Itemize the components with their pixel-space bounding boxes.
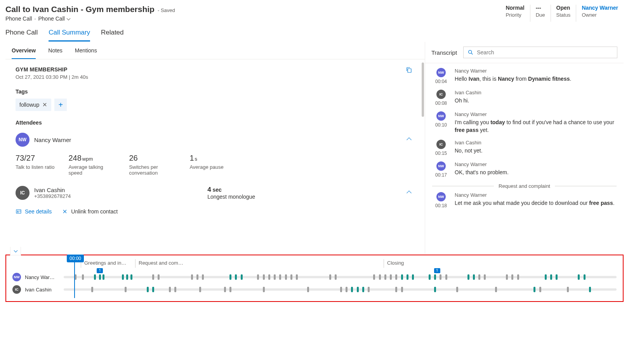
avatar: NW: [436, 111, 446, 121]
speech-tick: [589, 287, 591, 292]
svg-point-2: [17, 211, 19, 212]
speech-tick: [158, 274, 160, 280]
search-input[interactable]: [463, 47, 617, 58]
due-field[interactable]: ---Due: [530, 5, 551, 22]
speech-track[interactable]: [64, 288, 617, 291]
close-icon[interactable]: ✕: [42, 101, 47, 108]
speech-tick: [82, 274, 84, 280]
speech-tick: [147, 287, 149, 292]
timeline-panel: 00:00 Greetings and in…Request and com…C…: [5, 255, 624, 302]
copy-icon[interactable]: [405, 66, 412, 73]
speech-tick: [122, 274, 124, 280]
speech-tick: [191, 274, 193, 280]
transcript-row[interactable]: NW00:17Nancy WarnerOK, that's no problem…: [432, 161, 617, 178]
timestamp: 00:18: [432, 203, 450, 208]
search-field[interactable]: [477, 49, 613, 55]
utterance: Hello Ivan, this is Nancy from Dynamic f…: [455, 75, 617, 83]
speech-track[interactable]: 11: [64, 276, 617, 278]
speech-tick: [279, 274, 281, 280]
speech-tick: [340, 287, 342, 292]
speech-tick: [578, 274, 580, 280]
attendee-nancy: NW Nancy Warner 73/27Talk to listen rati…: [16, 133, 415, 176]
playhead[interactable]: [74, 258, 75, 298]
attendee-name: Ivan Cashin: [34, 187, 71, 193]
avatar: NW: [436, 192, 446, 201]
tab-call-summary[interactable]: Call Summary: [49, 29, 90, 42]
page-title: Call to Ivan Cashin - Gym membership: [5, 5, 155, 14]
speech-tick: [373, 274, 375, 280]
utterance: I'm calling you today to find out if you…: [455, 118, 617, 134]
subtab-notes[interactable]: Notes: [48, 47, 63, 59]
see-details-link[interactable]: See details: [16, 208, 52, 215]
transcript-divider: Request and complaint: [432, 183, 617, 189]
search-icon: [467, 49, 474, 55]
speech-tick: [401, 274, 403, 280]
sentiment-marker[interactable]: 1: [434, 268, 440, 273]
speech-tick: [263, 274, 265, 280]
segment-label[interactable]: Closing: [384, 259, 562, 268]
speech-tick: [346, 287, 348, 292]
avatar: NW: [436, 161, 446, 171]
speech-tick: [550, 274, 552, 280]
unlink-link[interactable]: Unlink from contact: [62, 208, 118, 215]
transcript-row[interactable]: NW00:10Nancy WarnerI'm calling you today…: [432, 111, 617, 134]
subtab-mentions[interactable]: Mentions: [75, 47, 97, 59]
status-field[interactable]: OpenStatus: [551, 5, 576, 22]
speech-tick: [511, 274, 513, 280]
priority-field[interactable]: NormalPriority: [500, 5, 530, 22]
avatar: NW: [12, 273, 21, 281]
speech-tick: [440, 274, 441, 280]
speech-tick: [229, 287, 231, 292]
timeline-track[interactable]: NWNancy War…11: [12, 271, 617, 283]
speech-tick: [556, 274, 558, 280]
speech-tick: [103, 274, 104, 280]
avatar: IC: [436, 90, 446, 99]
chevron-up-icon[interactable]: [407, 191, 412, 196]
breadcrumb[interactable]: Phone Call · Phone Call: [5, 16, 175, 22]
tab-phone-call[interactable]: Phone Call: [5, 29, 38, 42]
speaker-name: Nancy Warner: [455, 161, 617, 167]
speech-tick: [274, 274, 276, 280]
metric-talk-listen: 73/27Talk to listen ratio: [16, 154, 54, 176]
tag-followup[interactable]: followup ✕: [16, 99, 51, 111]
speech-tick: [412, 274, 414, 280]
speech-tick: [169, 287, 171, 292]
speech-tick: [434, 274, 436, 280]
owner-field[interactable]: Nancy WarnerOwner: [576, 5, 624, 22]
close-icon: [62, 208, 68, 215]
transcript-row[interactable]: IC00:15Ivan CashinNo, not yet.: [432, 140, 617, 156]
scrollbar[interactable]: [422, 62, 424, 117]
timeline-track[interactable]: ICIvan Cashin: [12, 283, 617, 296]
speech-tick: [533, 287, 535, 292]
transcript-row[interactable]: NW00:04Nancy WarnerHello Ivan, this is N…: [432, 68, 617, 84]
speech-tick: [545, 274, 547, 280]
segment-label[interactable]: Greetings and in…: [81, 259, 135, 268]
segment-label[interactable]: Request and com…: [135, 259, 197, 268]
chevron-up-icon[interactable]: [407, 137, 412, 142]
speaker-name: Nancy Warner: [455, 68, 617, 74]
transcript-row[interactable]: IC00:08Ivan CashinOh hi.: [432, 90, 617, 106]
add-tag-button[interactable]: +: [54, 99, 67, 111]
speech-tick: [384, 274, 386, 280]
sentiment-marker[interactable]: 1: [97, 268, 103, 273]
speech-tick: [395, 287, 397, 292]
speech-tick: [94, 274, 96, 280]
chevron-down-icon[interactable]: [66, 16, 70, 20]
speech-tick: [584, 274, 586, 280]
avatar: IC: [12, 285, 21, 294]
transcript-row[interactable]: NW00:18Nancy WarnerLet me ask you what m…: [432, 192, 617, 208]
timeline-tracks: NWNancy War…11ICIvan Cashin: [12, 271, 617, 296]
transcript-title: Transcript: [431, 49, 457, 56]
tab-related[interactable]: Related: [101, 29, 124, 42]
speech-tick: [478, 274, 480, 280]
utterance: Let me ask you what made you decide to d…: [455, 199, 617, 207]
transcript-list[interactable]: NW00:04Nancy WarnerHello Ivan, this is N…: [425, 63, 624, 254]
speaker-name: Nancy Warner: [455, 111, 617, 117]
speech-tick: [495, 287, 497, 292]
collapse-button[interactable]: [10, 247, 21, 255]
playhead-time: 00:00: [67, 255, 84, 262]
speaker-name: Nancy Warner: [455, 192, 617, 198]
speech-tick: [434, 287, 436, 292]
speech-tick: [429, 274, 431, 280]
subtab-overview[interactable]: Overview: [12, 47, 36, 59]
